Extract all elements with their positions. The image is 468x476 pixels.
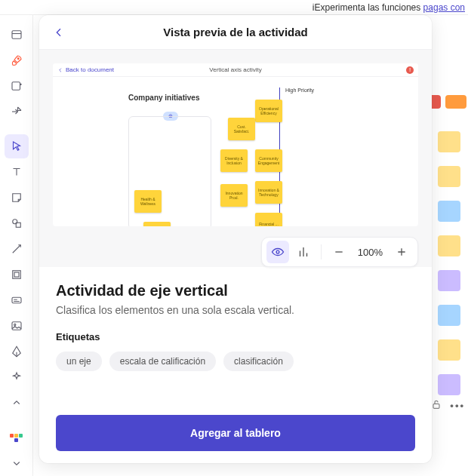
- promo-banner-text: iExperimenta las funciones: [313, 2, 423, 13]
- promo-banner: iExperimenta las funciones pagas con: [0, 0, 468, 15]
- svg-rect-8: [12, 297, 21, 303]
- shapes-icon[interactable]: [5, 211, 29, 235]
- sticky-note[interactable]: Diversity & Inclusion: [220, 149, 248, 172]
- connector-icon[interactable]: [5, 237, 29, 261]
- rocket-icon[interactable]: [5, 48, 29, 72]
- sticky-icon[interactable]: [5, 186, 29, 210]
- zoom-controls: 100%: [261, 237, 418, 267]
- tags-row: un ejeescala de calificaciónclasificació…: [56, 352, 415, 371]
- add-to-board-button[interactable]: Agregar al tablero: [56, 415, 415, 451]
- tag-chip[interactable]: clasificación: [223, 352, 294, 371]
- zoom-in-button[interactable]: [390, 241, 413, 263]
- zoom-out-button[interactable]: [328, 241, 350, 263]
- preview-toolbar-title: Vertical axis activity: [53, 66, 418, 73]
- collapse-icon[interactable]: [5, 451, 29, 475]
- left-toolbar: [0, 15, 33, 476]
- chevron-up-icon[interactable]: [5, 391, 29, 415]
- activity-description: Clasifica los elementos en una sola esca…: [56, 304, 415, 316]
- sparkle-icon[interactable]: [5, 365, 29, 389]
- activity-preview-modal: Vista previa de la actividad Back to doc…: [39, 15, 432, 463]
- svg-rect-0: [433, 404, 439, 408]
- bg-chip: [438, 201, 460, 222]
- sticky-note[interactable]: Health & Wellness: [134, 190, 162, 213]
- notification-dot-icon[interactable]: !: [406, 66, 414, 74]
- bg-chip: [438, 270, 460, 291]
- svg-rect-3: [12, 82, 20, 91]
- import-icon[interactable]: [5, 100, 29, 124]
- apps-icon[interactable]: [5, 425, 29, 450]
- sticky-note[interactable]: Innovation Prod.: [220, 184, 248, 207]
- promo-banner-link[interactable]: pagas con: [423, 2, 465, 13]
- bg-chip: [438, 374, 460, 395]
- preview-board: High Priority Company initiatives ⊛ Heal…: [53, 77, 418, 226]
- cursor-icon[interactable]: [5, 134, 29, 158]
- divider: [321, 244, 322, 259]
- text-icon[interactable]: [5, 160, 29, 184]
- more-icon[interactable]: •••: [450, 400, 465, 411]
- bg-chip: [438, 131, 460, 152]
- tag-chip[interactable]: escala de calificación: [109, 352, 216, 371]
- zoom-level[interactable]: 100%: [353, 247, 387, 258]
- sticky-note[interactable]: Financial ...: [255, 213, 282, 226]
- modal-title: Vista previa de la actividad: [163, 26, 307, 38]
- pen-icon[interactable]: [5, 339, 29, 364]
- frame-icon[interactable]: [5, 263, 29, 287]
- preview-area: Back to document Vertical axis activity …: [39, 50, 432, 267]
- card-icon[interactable]: [5, 288, 29, 312]
- add-panel-icon[interactable]: [5, 74, 29, 98]
- svg-point-10: [14, 324, 15, 325]
- sticky-note[interactable]: Community Engagement: [255, 149, 282, 172]
- svg-point-2: [17, 58, 19, 60]
- sticky-note[interactable]: Operational Efficiency: [255, 100, 282, 122]
- sticky-note[interactable]: Employee ...: [143, 222, 171, 226]
- svg-rect-9: [12, 322, 21, 330]
- image-icon[interactable]: [5, 314, 29, 338]
- svg-point-11: [276, 250, 279, 253]
- info-section: Actividad de eje vertical Clasifica los …: [39, 267, 432, 463]
- bg-chip: [438, 166, 460, 187]
- axis-label: High Priority: [285, 88, 314, 93]
- svg-point-4: [12, 220, 17, 224]
- results-icon[interactable]: [292, 241, 315, 263]
- sticky-note[interactable]: Cust. Satisfact.: [228, 118, 255, 140]
- lock-icon[interactable]: [430, 398, 442, 413]
- bg-pill: [445, 95, 466, 109]
- visibility-toggle[interactable]: [266, 241, 289, 263]
- svg-rect-6: [12, 271, 20, 279]
- tags-heading: Etiquetas: [56, 331, 415, 342]
- bg-chip: [438, 235, 460, 256]
- sticky-note[interactable]: Innovation & Technology: [255, 181, 282, 204]
- preview-toolbar: Back to document Vertical axis activity …: [53, 63, 418, 77]
- layout-icon[interactable]: [5, 23, 29, 47]
- preview-canvas[interactable]: Back to document Vertical axis activity …: [53, 63, 418, 226]
- svg-rect-1: [12, 31, 21, 39]
- modal-header: Vista previa de la actividad: [39, 15, 432, 50]
- deck-title: Company initiatives: [128, 94, 199, 102]
- back-button[interactable]: [50, 23, 68, 41]
- bg-chip: [438, 339, 460, 361]
- bg-chip: [438, 305, 460, 326]
- activity-title: Actividad de eje vertical: [56, 282, 415, 299]
- tag-chip[interactable]: un eje: [56, 352, 102, 371]
- svg-rect-7: [14, 272, 19, 277]
